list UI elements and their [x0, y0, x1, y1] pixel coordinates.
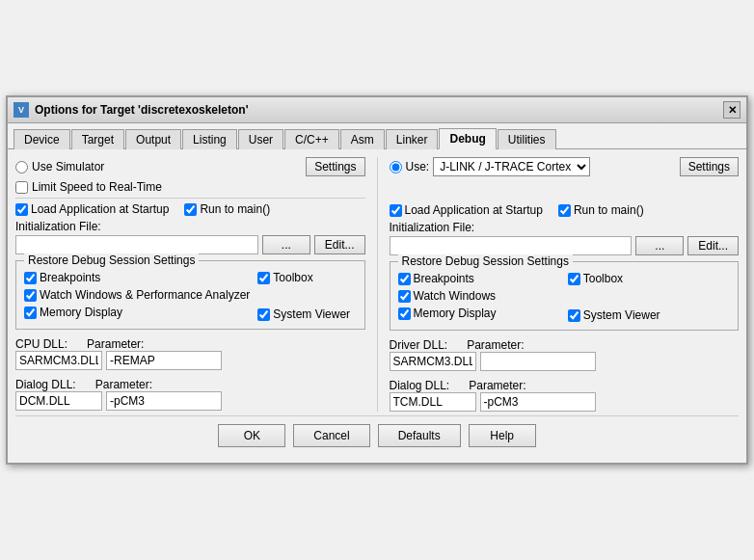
right-device-select[interactable]: J-LINK / J-TRACE Cortex [433, 157, 590, 176]
right-dialog-inputs [390, 392, 740, 412]
cancel-button[interactable]: Cancel [293, 424, 369, 447]
left-cpu-dll-label: CPU DLL: [15, 337, 67, 351]
left-init-file-input[interactable] [15, 235, 258, 254]
left-toolbox-checkbox[interactable] [257, 272, 270, 284]
left-sysviewer-item: System Viewer [257, 307, 356, 321]
left-load-app-checkbox[interactable] [15, 203, 28, 216]
left-restore-content: Breakpoints Watch Windows & Performance … [24, 271, 357, 321]
left-watch-checkbox[interactable] [24, 289, 37, 302]
right-check-col2: Toolbox System Viewer [568, 272, 730, 322]
left-memory-item: Memory Display [24, 306, 250, 319]
left-dialog-dll-input[interactable] [15, 391, 102, 411]
right-watch-checkbox[interactable] [398, 290, 411, 303]
window-icon: V [13, 102, 29, 118]
simulator-row: Use Simulator Settings [15, 157, 365, 176]
left-edit-button[interactable]: Edit... [314, 235, 365, 254]
left-cpu-dll-input[interactable] [15, 351, 102, 370]
left-cpu-param-label: Parameter: [87, 337, 144, 351]
left-dialog-dll-label: Dialog DLL: [15, 378, 76, 391]
left-toolbox-item: Toolbox [257, 271, 356, 284]
tab-debug[interactable]: Debug [439, 128, 496, 149]
right-dialog-dll-section: Dialog DLL: Parameter: [390, 379, 740, 412]
defaults-button[interactable]: Defaults [378, 424, 461, 447]
left-dialog-dll-section: Dialog DLL: Parameter: [15, 378, 365, 411]
use-simulator-radio[interactable] [15, 161, 28, 173]
right-init-file-input[interactable] [390, 236, 633, 255]
right-breakpoints-checkbox[interactable] [398, 273, 411, 285]
tab-listing[interactable]: Listing [182, 129, 237, 149]
right-toolbox-checkbox[interactable] [568, 273, 580, 285]
tab-cpp[interactable]: C/C++ [284, 129, 339, 149]
right-memory-checkbox[interactable] [398, 307, 411, 320]
limit-speed-row: Limit Speed to Real-Time [15, 180, 365, 194]
right-toolbox-label: Toolbox [583, 272, 623, 285]
right-browse-button[interactable]: ... [635, 236, 684, 255]
left-memory-label: Memory Display [40, 306, 122, 319]
ok-button[interactable]: OK [218, 424, 285, 447]
tab-target[interactable]: Target [71, 129, 124, 149]
right-driver-param-label: Parameter: [467, 338, 524, 352]
right-driver-inputs [390, 352, 740, 371]
left-load-app-label: Load Application at Startup [31, 202, 169, 216]
right-driver-dll-label: Driver DLL: [390, 338, 448, 352]
right-load-run-row: Load Application at Startup Run to main(… [390, 203, 740, 217]
right-load-app-checkbox[interactable] [390, 204, 402, 217]
left-panel: Use Simulator Settings Limit Speed to Re… [15, 157, 365, 412]
left-init-file-row: ... Edit... [15, 235, 365, 254]
left-watch-label: Watch Windows & Performance Analyzer [40, 288, 250, 302]
left-run-main-label: Run to main() [200, 202, 270, 216]
left-cpu-inputs [15, 351, 365, 370]
right-dialog-param-input[interactable] [480, 392, 596, 412]
left-breakpoints-checkbox[interactable] [24, 272, 37, 284]
left-watch-item: Watch Windows & Performance Analyzer [24, 288, 250, 302]
title-bar-left: V Options for Target 'discretexoskeleton… [13, 102, 249, 118]
right-use-label: Use: [406, 160, 430, 173]
tabs-bar: Device Target Output Listing User C/C++ … [8, 123, 746, 149]
left-toolbox-label: Toolbox [273, 271, 312, 284]
left-dialog-param-input[interactable] [106, 391, 222, 411]
left-memory-checkbox[interactable] [24, 307, 37, 319]
right-driver-dll-input[interactable] [390, 352, 476, 371]
right-settings-button[interactable]: Settings [680, 157, 739, 176]
tab-asm[interactable]: Asm [340, 129, 385, 149]
left-run-main-checkbox[interactable] [184, 203, 197, 216]
right-driver-param-input[interactable] [480, 352, 596, 371]
left-sysviewer-checkbox[interactable] [257, 308, 270, 321]
right-toolbox-item: Toolbox [568, 272, 730, 285]
tab-linker[interactable]: Linker [386, 129, 439, 149]
right-breakpoints-item: Breakpoints [398, 272, 560, 285]
help-button[interactable]: Help [469, 424, 536, 447]
right-driver-labels: Driver DLL: Parameter: [390, 338, 740, 352]
right-use-row: Use: J-LINK / J-TRACE Cortex Settings [390, 157, 740, 176]
right-sysviewer-item: System Viewer [568, 308, 730, 322]
left-browse-button[interactable]: ... [262, 235, 310, 254]
tab-output[interactable]: Output [125, 129, 181, 149]
use-device-radio[interactable] [390, 161, 402, 173]
right-restore-content: Breakpoints Watch Windows Memory Display [398, 272, 731, 322]
right-restore-group: Restore Debug Session Settings Breakpoin… [390, 261, 740, 331]
tab-device[interactable]: Device [13, 129, 70, 149]
right-run-main-checkbox[interactable] [558, 204, 571, 217]
main-window: V Options for Target 'discretexoskeleton… [6, 95, 748, 465]
main-content: Use Simulator Settings Limit Speed to Re… [8, 149, 746, 463]
left-settings-button[interactable]: Settings [306, 157, 364, 176]
right-sysviewer-checkbox[interactable] [568, 309, 580, 322]
right-init-file-row: ... Edit... [390, 236, 740, 255]
left-dialog-param-label: Parameter: [95, 378, 152, 391]
left-cpu-param-input[interactable] [106, 351, 222, 370]
left-load-app-item: Load Application at Startup [15, 202, 169, 216]
left-load-run-row: Load Application at Startup Run to main(… [15, 202, 365, 216]
limit-speed-checkbox[interactable] [15, 181, 28, 194]
left-init-file-label: Initialization File: [15, 220, 365, 233]
left-init-file-section: Initialization File: ... Edit... [15, 220, 365, 254]
tab-utilities[interactable]: Utilities [498, 129, 556, 149]
right-memory-item: Memory Display [398, 307, 560, 320]
tab-user[interactable]: User [238, 129, 283, 149]
left-check-row1: Breakpoints Watch Windows & Performance … [24, 271, 357, 321]
right-edit-button[interactable]: Edit... [687, 236, 739, 255]
close-button[interactable]: ✕ [723, 101, 741, 119]
left-run-main-item: Run to main() [184, 202, 270, 216]
right-dialog-dll-input[interactable] [390, 392, 476, 412]
right-restore-group-title: Restore Debug Session Settings [398, 254, 573, 268]
right-init-file-section: Initialization File: ... Edit... [390, 221, 740, 255]
